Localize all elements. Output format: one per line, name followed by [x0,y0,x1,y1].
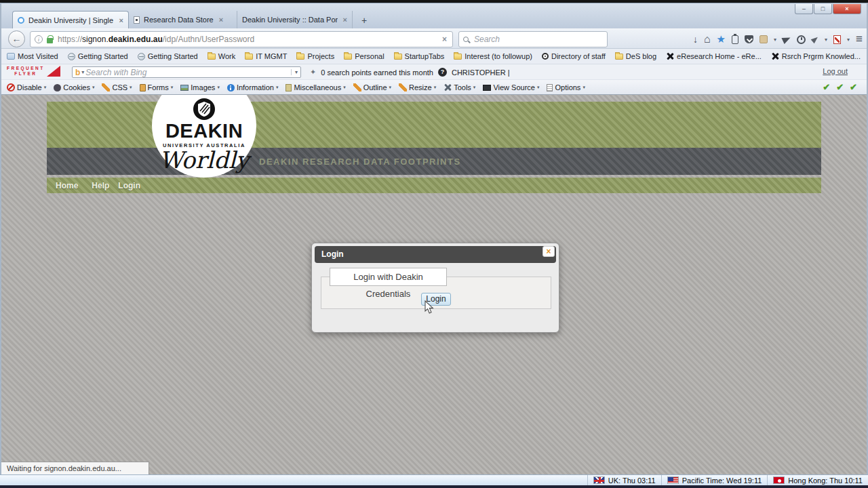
bookmark-item[interactable]: Rsrch Prgrm Knowled... [771,52,861,60]
nav-login-link[interactable]: Login [118,181,140,190]
bookmark-item[interactable]: StartupTabs [394,52,445,60]
search-input[interactable] [473,34,603,45]
check-icon: ✔ [850,82,857,92]
https-lock-icon[interactable] [47,38,53,43]
webdev-label: Outline [363,83,387,92]
check-icon: ✔ [823,82,830,92]
bookmark-item[interactable]: Projects [296,52,334,60]
search-box[interactable] [458,31,608,47]
web-developer-toolbar: Disable ▾ Cookies ▾ CSS ▾ Forms ▾ Images… [1,80,867,95]
bookmark-star-icon[interactable]: ★ [717,34,726,45]
help-question-icon[interactable]: ? [438,68,447,77]
tab-close-icon[interactable]: × [119,16,123,24]
webdev-label: Images [191,83,215,92]
webdev-menu-item[interactable]: Miscellaneous ▾ [285,83,345,92]
check-icon: ✔ [836,82,844,92]
send-tab-icon[interactable] [781,35,791,44]
bookmark-item[interactable]: eResearch Home - eRe... [666,52,762,60]
bookmark-item[interactable]: Getting Started [68,52,128,60]
addon-document-icon[interactable] [833,35,841,44]
taskbar-clock[interactable]: Pacific Time: Wed 19:11 [661,475,768,486]
webdev-menu-item[interactable]: Images ▾ [180,83,220,92]
chevron-down-icon: ▾ [130,85,132,90]
bookmark-item[interactable]: DeS blog [615,52,656,60]
wd-tools-icon [443,83,452,92]
url-bar[interactable]: i https://signon.deakin.edu.au/idp/Authn… [30,31,453,47]
webdev-menu-item[interactable]: CSS ▾ [102,83,132,92]
webdev-label: Tools [454,83,471,92]
home-icon[interactable]: ⌂ [704,34,711,45]
bookmark-item[interactable]: Interest (to followup) [454,52,532,60]
stop-loading-icon[interactable]: × [441,35,448,44]
flag-uk-icon [593,476,605,484]
bookmark-item[interactable]: Getting Started [138,52,198,60]
webdev-menu-item[interactable]: Resize ▾ [399,83,436,92]
bookmark-item[interactable]: Personal [344,52,384,60]
wd-misc-icon [285,84,292,92]
addon-icon[interactable] [760,35,768,43]
taskbar: UK: Thu 03:11 Pacific Time: Wed 19:11 Ho… [0,474,868,485]
taskbar-clock[interactable]: UK: Thu 03:11 [587,475,661,486]
webdev-menu-item[interactable]: View Source ▾ [483,83,539,92]
webdev-menu-item[interactable]: Forms ▾ [140,83,174,92]
history-clock-icon[interactable] [797,35,806,44]
chevron-down-icon[interactable]: ▾ [774,37,776,43]
tab-data-portal[interactable]: Deakin University :: Data Portal × [237,11,353,28]
flag-us-icon [667,476,679,484]
reading-list-icon[interactable] [732,35,738,44]
page-favicon-icon [134,16,140,24]
webdev-label: Disable [17,83,42,92]
maximize-button[interactable]: □ [814,4,832,14]
bing-logo-icon: b [75,68,80,77]
frequent-flyer-logo: FREQUENTFLYER [7,66,60,77]
flag-hk-icon [773,476,785,484]
chevron-down-icon[interactable]: ▾ [825,37,827,43]
tab-research-data-store[interactable]: Research Data Store × [129,11,237,28]
webdev-menu-item[interactable]: Tools ▾ [443,83,475,92]
bm-folder-icon [394,54,402,60]
tab-close-icon[interactable]: × [219,16,223,24]
hamburger-menu-icon[interactable]: ≡ [856,34,863,45]
addon-toolbar: FREQUENTFLYER b ▾ ▾ ✦ 0 search points ea… [1,64,867,80]
bing-search-input[interactable] [84,67,291,78]
webdev-menu-item[interactable]: Outline ▾ [353,83,391,92]
credentials-tab[interactable]: Login with Deakin Credentials [330,268,447,286]
bookmark-label: Projects [307,52,334,60]
webdev-menu-item[interactable]: Cookies ▾ [54,83,94,92]
site-navbar: Home Help Login [47,178,821,193]
bookmark-item[interactable]: Work [208,52,235,60]
close-window-button[interactable]: × [833,4,861,14]
webdev-menu-item[interactable]: Information ▾ [227,83,279,92]
nav-help-link[interactable]: Help [92,181,109,190]
bookmark-label: Personal [355,52,384,60]
pocket-icon[interactable] [745,35,753,43]
tab-deakin-signon[interactable]: Deakin University | Single S... × [12,11,129,28]
tab-close-icon[interactable]: × [343,16,347,24]
chevron-down-icon[interactable]: ▾ [847,37,850,43]
chevron-down-icon: ▾ [343,85,346,90]
webdev-menu-item[interactable]: Options ▾ [547,83,585,92]
site-title: DEAKIN RESEARCH DATA FOOTPRINTS [259,157,461,167]
bookmark-item[interactable]: Most Visited [7,52,58,60]
bookmark-item[interactable]: Directory of staff [542,52,606,60]
bm-mostvisited-icon [7,53,15,60]
downloads-icon[interactable]: ↓ [693,34,698,45]
dropdown-arrow-icon[interactable]: ▾ [291,69,298,75]
taskbar-clock[interactable]: Hong Kong: Thu 10:11 [767,475,868,486]
search-points-status: ✦ 0 search points earned this month ? CH… [310,64,510,80]
webdev-menu-item[interactable]: Disable ▾ [7,83,46,92]
dialog-close-icon[interactable]: × [542,246,555,257]
chevron-down-icon: ▾ [217,85,220,90]
nav-home-link[interactable]: Home [56,181,78,190]
page-info-icon[interactable]: i [35,35,43,43]
addon-bird-icon[interactable] [811,35,820,44]
logout-link[interactable]: Log out [823,67,848,75]
tab-title: Deakin University | Single S... [28,16,114,24]
bookmark-item[interactable]: IT MGMT [245,52,287,60]
minimize-button[interactable]: – [795,4,813,14]
bing-search-box[interactable]: b ▾ ▾ [72,66,301,78]
webdev-label: Options [555,83,580,92]
new-tab-button[interactable]: + [355,14,373,28]
back-button[interactable]: ← [8,30,25,47]
chevron-down-icon: ▾ [473,85,476,90]
